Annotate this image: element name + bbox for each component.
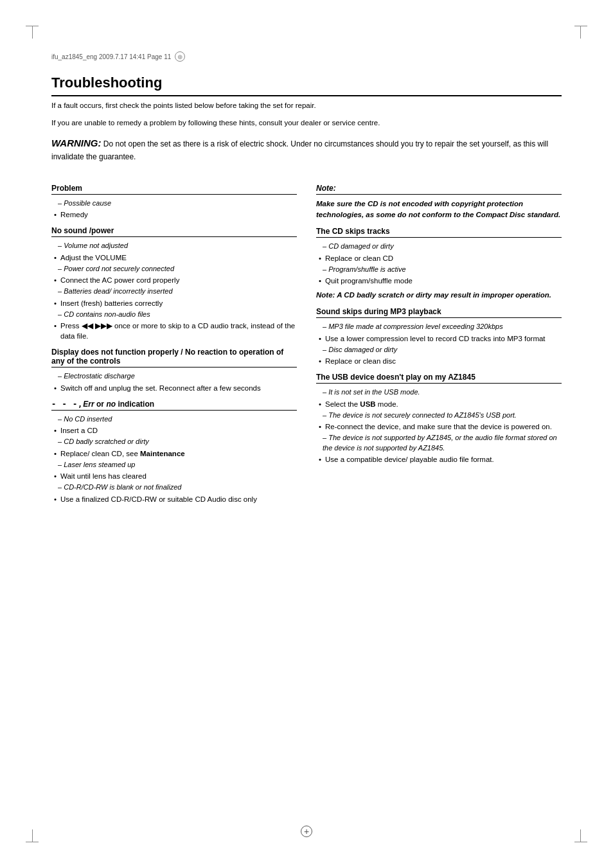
registration-mark: ⊕ xyxy=(175,51,185,62)
indication-code: - - -, xyxy=(51,400,83,409)
remedy-compatible-device: Use a compatible device/ playable audio … xyxy=(325,454,562,465)
warning-body: Do not open the set as there is a risk o… xyxy=(51,139,548,161)
remedy-reconnect-device: Re-connect the device, and make sure tha… xyxy=(325,421,562,432)
indication-err: Err xyxy=(83,400,94,409)
note-italic-label: Note: xyxy=(316,184,336,193)
cause-batteries: Batteries dead/ incorrectly inserted xyxy=(58,287,297,296)
cause-program-shuffle: Program/shuffle is active xyxy=(323,265,562,274)
section-usb-device: The USB device doesn't play on my AZ1845 xyxy=(316,373,562,384)
intro-line1: If a fault occurs, first check the point… xyxy=(51,100,562,111)
warning-text: WARNING: Do not open the set as there is… xyxy=(51,136,562,163)
section-cd-skips: The CD skips tracks xyxy=(316,227,562,238)
right-column: Note: Make sure the CD is not encoded wi… xyxy=(316,175,562,506)
file-info: ifu_az1845_eng 2009.7.17 14:41 Page 11 xyxy=(51,53,171,60)
remedy-switch-off: Switch off and unplug the set. Reconnect… xyxy=(60,383,297,393)
section-note-header: Note: xyxy=(316,184,562,195)
page: ifu_az1845_eng 2009.7.17 14:41 Page 11 ⊕… xyxy=(0,0,613,868)
left-column: Problem Possible cause Remedy No sound /… xyxy=(51,175,297,506)
remedy-cd-blank: Use a finalized CD-R/CD-RW or suitable C… xyxy=(60,494,297,504)
remedy-power-cord: Connect the AC power cord properly xyxy=(60,275,297,285)
cause-disc-damaged: Disc damaged or dirty xyxy=(323,345,562,355)
cause-possible: Possible cause xyxy=(58,199,297,208)
section-no-sound: No sound /power xyxy=(51,226,297,237)
remedy-mp3-compression: Use a lower compression level to record … xyxy=(325,333,562,344)
cause-usb-not-connected: The device is not securely connected to … xyxy=(323,411,562,420)
cause-volume-not-adjusted: Volume not adjusted xyxy=(58,241,297,251)
warning-label: WARNING: xyxy=(51,137,102,148)
remedy-adjust-volume: Adjust the VOLUME xyxy=(60,252,297,263)
cause-cd-scratched: CD badly scratched or dirty xyxy=(58,437,297,447)
remedy-replace-clean-cd2: Replace or clean CD xyxy=(325,253,562,263)
section-sound-skips: Sound skips during MP3 playback xyxy=(316,307,562,318)
remedy-quit-shuffle: Quit program/shuffle mode xyxy=(325,276,562,286)
crop-mark-tl-v xyxy=(32,26,33,39)
indication-label: indication xyxy=(118,400,154,409)
cause-mp3-compression: MP3 file made at compression level excee… xyxy=(323,322,562,332)
crop-mark-br-v xyxy=(580,829,581,842)
reg-mark-bottom-circle xyxy=(301,826,312,837)
cause-electrostatic: Electrostatic discharge xyxy=(58,371,297,381)
crop-mark-bl-v xyxy=(32,829,33,842)
remedy-cd-nonaudio: Press ◀◀ ▶▶▶ once or more to skip to a C… xyxy=(60,321,297,341)
remedy-batteries: Insert (fresh) batteries correctly xyxy=(60,298,297,308)
page-content: ifu_az1845_eng 2009.7.17 14:41 Page 11 ⊕… xyxy=(0,0,613,557)
remedy-replace-disc: Replace or clean disc xyxy=(325,356,562,366)
section-indication: - - -,Err or no indication xyxy=(51,400,297,411)
cause-power-cord: Power cord not securely connected xyxy=(58,264,297,274)
two-column-layout: Problem Possible cause Remedy No sound /… xyxy=(51,175,562,506)
cause-usb-mode: It is not set in the USB mode. xyxy=(323,387,562,397)
remedy-insert-cd: Insert a CD xyxy=(60,425,297,436)
maintenance-bold: Maintenance xyxy=(140,450,185,457)
remedy-usb-mode: Select the USB mode. xyxy=(325,399,562,409)
problem-label: Problem xyxy=(51,184,82,193)
remedy-replace-clean-cd: Replace/ clean CD, see Maintenance xyxy=(60,448,297,459)
file-header-bar: ifu_az1845_eng 2009.7.17 14:41 Page 11 ⊕ xyxy=(51,51,562,62)
remedy-laser-lens: Wait until lens has cleared xyxy=(60,471,297,481)
crop-mark-br-h xyxy=(574,842,587,842)
cause-cd-nonaudio: CD contains non-audio files xyxy=(58,310,297,319)
crop-mark-tr-v xyxy=(580,26,581,39)
crop-mark-bottom xyxy=(301,826,312,837)
page-title: Troubleshooting xyxy=(51,75,562,96)
usb-bold: USB xyxy=(360,400,375,408)
note-copyright-text: Make sure the CD is not encoded with cop… xyxy=(316,199,562,221)
cause-cd-damaged: CD damaged or dirty xyxy=(323,242,562,251)
section-display-not-function: Display does not function properly / No … xyxy=(51,348,297,368)
warning-box: WARNING: Do not open the set as there is… xyxy=(51,136,562,163)
crop-mark-tr-h xyxy=(574,26,587,26)
remedy-label: Remedy xyxy=(60,209,297,220)
indication-no: no xyxy=(106,400,116,409)
note-scratch-text: Note: A CD badly scratch or dirty may re… xyxy=(316,290,562,301)
cause-cd-blank: CD-R/CD-RW is blank or not finalized xyxy=(58,483,297,492)
cause-laser-lens: Laser lens steamed up xyxy=(58,460,297,470)
cause-no-cd: No CD inserted xyxy=(58,414,297,424)
cause-usb-not-supported: The device is not supported by AZ1845, o… xyxy=(323,433,562,453)
intro-line2: If you are unable to remedy a problem by… xyxy=(51,118,562,128)
section-problem-header: Problem xyxy=(51,184,297,195)
